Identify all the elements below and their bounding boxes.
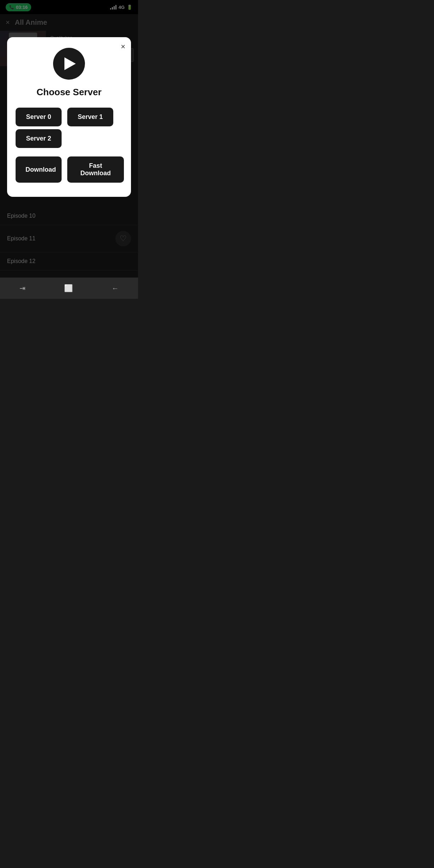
- home-icon[interactable]: ⬜: [61, 280, 76, 296]
- bottom-nav: ⇥ ⬜ ←: [0, 278, 138, 299]
- back-icon[interactable]: ←: [108, 281, 122, 296]
- server-2-button[interactable]: Server 2: [16, 129, 62, 148]
- server-buttons-grid: Server 0 Server 1 Server 2 Download Fast…: [16, 108, 122, 183]
- choose-server-modal: × Choose Server Server 0 Server 1 Server…: [7, 37, 131, 197]
- server-row-1: Server 0 Server 1: [16, 108, 122, 126]
- modal-title: Choose Server: [36, 87, 102, 98]
- modal-close-button[interactable]: ×: [121, 43, 125, 51]
- download-action-row: Download Fast Download: [16, 156, 122, 183]
- download-button[interactable]: Download: [16, 156, 62, 183]
- server-0-button[interactable]: Server 0: [16, 108, 62, 126]
- fast-download-button[interactable]: Fast Download: [67, 156, 124, 183]
- menu-icon[interactable]: ⇥: [16, 280, 29, 296]
- play-triangle: [64, 57, 76, 70]
- server-1-button[interactable]: Server 1: [67, 108, 113, 126]
- play-circle-icon: [53, 48, 85, 80]
- server-row-2: Server 2: [16, 129, 122, 148]
